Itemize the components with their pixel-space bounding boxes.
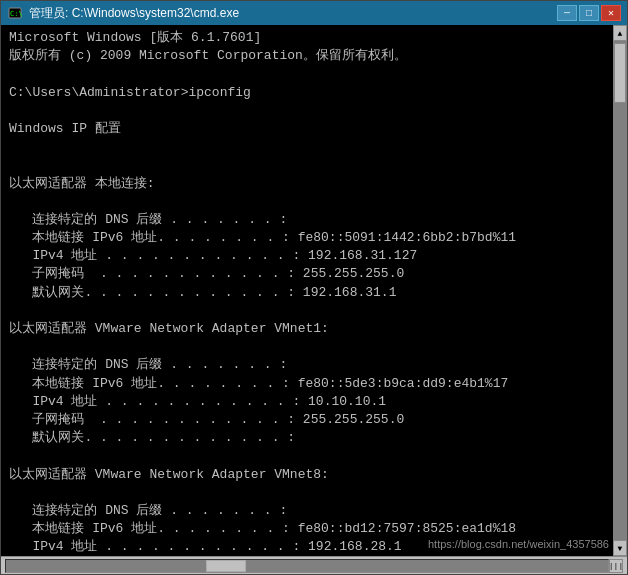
scroll-up-button[interactable]: ▲ [613, 25, 627, 41]
scroll-thumb[interactable] [614, 43, 626, 103]
h-scroll-thumb[interactable] [206, 560, 246, 572]
cmd-icon: C:\ [7, 5, 23, 21]
resize-grip: ||| [609, 559, 623, 573]
cmd-window: C:\ 管理员: C:\Windows\system32\cmd.exe ─ □… [0, 0, 628, 575]
watermark: https://blog.csdn.net/weixin_4357586 [428, 537, 609, 552]
console-output[interactable]: Microsoft Windows [版本 6.1.7601] 版权所有 (c)… [1, 25, 613, 556]
console-text: Microsoft Windows [版本 6.1.7601] 版权所有 (c)… [9, 29, 595, 556]
title-bar: C:\ 管理员: C:\Windows\system32\cmd.exe ─ □… [1, 1, 627, 25]
minimize-button[interactable]: ─ [557, 5, 577, 21]
close-button[interactable]: ✕ [601, 5, 621, 21]
title-bar-left: C:\ 管理员: C:\Windows\system32\cmd.exe [7, 5, 239, 22]
title-bar-controls: ─ □ ✕ [557, 5, 621, 21]
scroll-down-button[interactable]: ▼ [613, 540, 627, 556]
scrollbar[interactable]: ▲ ▼ [613, 25, 627, 556]
scroll-indicator-h[interactable] [5, 559, 609, 573]
svg-text:C:\: C:\ [10, 10, 22, 18]
status-bar: ||| [1, 556, 627, 574]
maximize-button[interactable]: □ [579, 5, 599, 21]
window-title: 管理员: C:\Windows\system32\cmd.exe [29, 5, 239, 22]
scroll-track[interactable] [613, 41, 627, 540]
